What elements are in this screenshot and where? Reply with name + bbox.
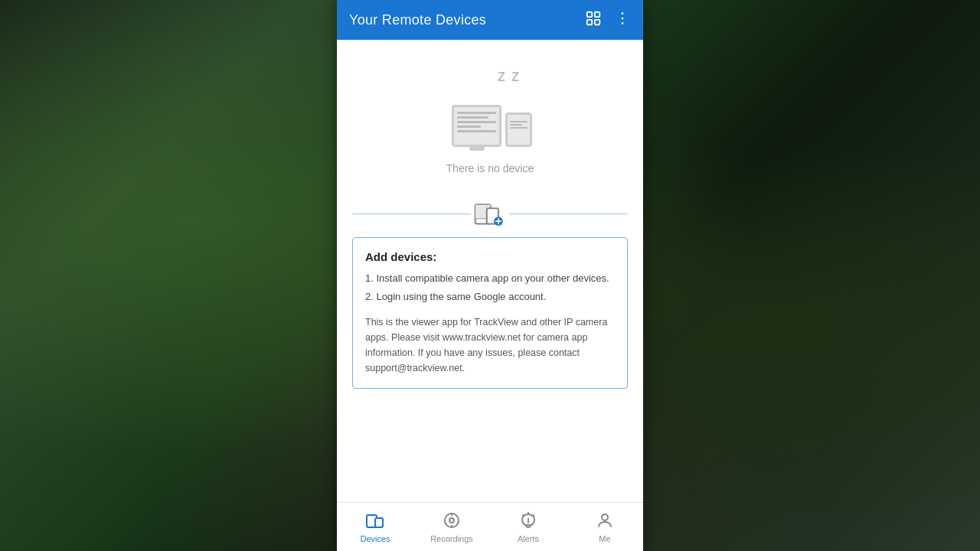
svg-point-4 [622, 12, 624, 15]
alerts-nav-label: Alerts [518, 534, 539, 543]
add-device-icon [474, 199, 506, 228]
instruction-list: 1. Install compatible camera app on your… [365, 271, 615, 304]
nav-tab-devices[interactable]: Devices [337, 503, 413, 551]
instruction-box: Add devices: 1. Install compatible camer… [352, 237, 628, 389]
header-title: Your Remote Devices [349, 12, 486, 28]
monitor-icon [452, 105, 501, 147]
devices-nav-label: Devices [360, 534, 390, 543]
nav-tab-alerts[interactable]: Alerts [490, 503, 567, 551]
me-nav-icon [596, 511, 614, 533]
svg-rect-0 [587, 11, 592, 16]
right-divider-line [509, 214, 628, 214]
svg-point-5 [622, 17, 624, 19]
devices-nav-icon [366, 511, 384, 533]
svg-rect-1 [595, 11, 599, 16]
main-content: Z Z [337, 40, 643, 502]
sleep-illustration: Z Z [444, 70, 536, 147]
header-actions [585, 10, 631, 31]
instruction-description: This is the viewer app for TrackView and… [365, 315, 615, 376]
zzz-indicator: Z Z [498, 70, 521, 84]
svg-point-16 [449, 518, 454, 523]
no-device-message: There is no device [446, 162, 534, 174]
instruction-step-1: 1. Install compatible camera app on your… [365, 271, 615, 286]
nav-tab-me[interactable]: Me [567, 503, 643, 551]
svg-rect-3 [595, 19, 599, 24]
svg-point-20 [528, 522, 528, 523]
svg-rect-14 [375, 518, 383, 527]
expand-icon[interactable] [585, 10, 602, 31]
tablet-icon [505, 112, 532, 147]
more-options-icon[interactable] [614, 10, 631, 31]
empty-state: Z Z [429, 40, 551, 190]
bottom-nav: Devices Recordings [337, 502, 643, 551]
nav-tab-recordings[interactable]: Recordings [413, 503, 490, 551]
alerts-nav-icon [519, 511, 537, 533]
instruction-step-2: 2. Login using the same Google account. [365, 289, 615, 305]
recordings-nav-label: Recordings [430, 534, 473, 543]
app-panel: Your Remote Devices [337, 0, 643, 551]
recordings-nav-icon [443, 511, 461, 533]
add-devices-title: Add devices: [365, 250, 615, 263]
svg-rect-2 [587, 19, 592, 24]
header: Your Remote Devices [337, 0, 643, 40]
me-nav-label: Me [599, 534, 610, 543]
add-device-divider-row[interactable] [337, 190, 643, 237]
add-device-icon-container[interactable] [474, 199, 506, 228]
left-divider-line [352, 214, 471, 214]
svg-point-6 [622, 22, 624, 24]
svg-point-21 [602, 514, 608, 520]
